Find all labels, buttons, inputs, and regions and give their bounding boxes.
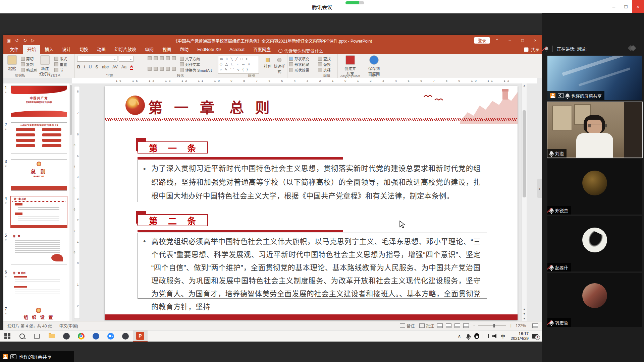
ribbon-options-icon[interactable]: ⌃ <box>492 35 502 45</box>
tab-view[interactable]: 视图 <box>158 45 175 54</box>
tab-animations[interactable]: 动画 <box>93 45 110 54</box>
fit-to-window-icon[interactable] <box>532 323 538 328</box>
vertical-ruler[interactable]: 8 7 6 5 4 3 2 1 0 1 2 3 4 5 6 7 8 <box>74 86 80 319</box>
shape-fill-button[interactable]: 形状填充 <box>289 56 309 61</box>
task-view-button[interactable] <box>30 330 44 342</box>
line-spacing-icon[interactable] <box>172 56 176 60</box>
normal-view-icon[interactable] <box>437 323 443 328</box>
tencent-meeting-button[interactable] <box>103 330 118 342</box>
tim-button[interactable] <box>89 330 103 342</box>
tab-transitions[interactable]: 切换 <box>75 45 93 54</box>
tab-file[interactable]: 文件 <box>5 45 23 54</box>
participant-tile-sharer[interactable]: 也许的屏幕共享 <box>547 56 642 100</box>
cut-button[interactable]: 剪切 <box>21 56 34 61</box>
tab-acrobat[interactable]: Acrobat <box>225 45 249 54</box>
tab-design[interactable]: 设计 <box>58 45 75 54</box>
change-case-button[interactable]: Aa <box>121 65 126 69</box>
zoom-level[interactable]: 122% <box>516 323 526 328</box>
underline-button[interactable]: U <box>89 65 92 69</box>
tab-review[interactable]: 审阅 <box>141 45 158 54</box>
tray-mic-icon[interactable] <box>464 330 473 342</box>
align-left-icon[interactable] <box>148 67 152 71</box>
notes-icon[interactable] <box>400 323 405 328</box>
tell-me-box[interactable]: 告诉我你想要做什么 <box>278 48 323 54</box>
justify-icon[interactable] <box>166 67 170 71</box>
horizontal-ruler[interactable]: 16 · 15 · 14 · 13 · 12 · 11 · 10 · 9 · 8… <box>72 78 537 84</box>
start-button[interactable] <box>0 330 15 342</box>
quick-styles-button[interactable]: 快速样式 <box>274 58 285 74</box>
thumbnail-slide-5[interactable]: 5* 第一章 <box>3 233 70 265</box>
thumbnail-slide-3[interactable]: 3* 总 则 PART 01 <box>3 159 70 191</box>
find-button[interactable]: 查找 <box>318 56 331 61</box>
numbering-icon[interactable] <box>154 56 158 60</box>
participant-tile[interactable]: 郑锐杰 <box>547 159 642 215</box>
align-center-icon[interactable] <box>154 67 158 71</box>
tab-home[interactable]: 开始 <box>23 45 40 54</box>
previous-slide-icon[interactable]: ▲ <box>522 307 527 312</box>
scrollbar-thumb[interactable] <box>523 110 526 197</box>
ppt-login-button[interactable]: 登录 <box>474 37 490 44</box>
tray-volume-icon[interactable] <box>490 330 499 342</box>
thumbnail-slide-6[interactable]: 6* 第一章 总则 <box>3 270 70 302</box>
slide-vertical-scrollbar[interactable]: ▲ ▲ ▼ ▼ <box>522 83 527 321</box>
italic-button[interactable]: I <box>84 65 85 69</box>
indent-decrease-icon[interactable] <box>160 56 164 60</box>
tray-qq-icon[interactable] <box>473 330 481 342</box>
slideshow-icon[interactable] <box>463 323 469 328</box>
comments-icon[interactable] <box>419 323 425 328</box>
taskbar-clock[interactable]: 16:17 2021/4/29 <box>511 331 529 341</box>
comments-toggle[interactable]: 批注 <box>426 323 434 328</box>
ime-indicator[interactable]: 中 <box>499 330 507 342</box>
font-name-select[interactable]: ⌄ <box>77 56 117 62</box>
format-painter-button[interactable]: 格式刷 <box>21 67 37 73</box>
select-button[interactable]: 选择 <box>318 67 331 73</box>
maximize-button[interactable]: □ <box>620 0 632 13</box>
bullets-icon[interactable] <box>148 56 152 60</box>
align-text-button[interactable]: 对齐文本 <box>180 62 200 67</box>
zoom-in-button[interactable]: ＋ <box>509 323 513 328</box>
ppt-minimize-button[interactable]: – <box>504 35 515 45</box>
reading-view-icon[interactable] <box>454 323 460 328</box>
powerpoint-taskbar-button[interactable]: P <box>133 330 148 342</box>
notification-center-icon[interactable]: 1 <box>532 334 538 339</box>
columns-icon[interactable] <box>172 67 176 71</box>
qq-button[interactable] <box>118 330 133 342</box>
tab-insert[interactable]: 插入 <box>40 45 58 54</box>
thumbnail-slide-4-selected[interactable]: 4* 第一章 总则 <box>3 196 70 228</box>
indent-increase-icon[interactable] <box>166 56 170 60</box>
tab-help[interactable]: 帮助 <box>175 45 193 54</box>
tray-expand-button[interactable]: ∧ <box>455 330 464 342</box>
ppt-share-button[interactable]: 共享 <box>524 46 539 53</box>
tray-display-icon[interactable] <box>481 330 490 342</box>
wechat-button[interactable] <box>59 330 74 342</box>
thumbnail-slide-2[interactable]: 2* 《中国共产党普通高等学校基层组织工作条例》目录 <box>3 122 70 155</box>
arrange-button[interactable]: 排列 <box>263 58 272 69</box>
copy-button[interactable]: 复制 <box>21 62 34 67</box>
paste-button[interactable]: 粘贴 <box>5 55 19 71</box>
participant-tile[interactable]: 起要什 <box>547 216 642 272</box>
thumbnail-slide-7[interactable]: 7* 组 织 设 置 PART 02 <box>3 307 70 321</box>
font-size-select[interactable]: ⌄ <box>119 56 133 62</box>
close-button[interactable]: × <box>632 0 644 13</box>
font-color-button[interactable]: A <box>130 64 133 70</box>
char-spacing-button[interactable]: AV <box>112 65 118 69</box>
text-direction-button[interactable]: 文字方向 <box>180 56 200 61</box>
minimize-button[interactable]: – <box>608 0 620 13</box>
muted-mic-icon[interactable] <box>545 46 548 51</box>
replace-button[interactable]: 替换 <box>318 62 331 67</box>
file-explorer-button[interactable] <box>44 330 59 342</box>
next-slide-icon[interactable]: ▼ <box>522 312 527 316</box>
layout-button[interactable]: 版式 <box>54 56 67 61</box>
section-1-textbox[interactable]: • 为了深入贯彻习近平新时代中国特色社会主义思想，贯彻落实新时代党的建设总要求和… <box>138 160 487 202</box>
zoom-slider[interactable] <box>478 325 506 326</box>
strikethrough-button[interactable]: abc <box>102 65 109 69</box>
collapse-pane-arrow[interactable]: › <box>537 179 542 198</box>
thumbnail-scrollbar[interactable] <box>69 83 72 321</box>
reset-button[interactable]: 重置 <box>54 62 67 67</box>
tab-slideshow[interactable]: 幻灯片放映 <box>110 45 141 54</box>
slide-sorter-icon[interactable] <box>446 323 451 328</box>
shapes-gallery[interactable]: ▭ ▯ ╲ ╱ □ ○ ◇ △ ∟ ⌐ ⇒ ⇓ ○ ✎ ⌒ ∿ { } ▲▼ <box>218 56 259 74</box>
zoom-out-button[interactable]: − <box>473 323 475 328</box>
scroll-up-icon[interactable]: ▲ <box>522 83 527 88</box>
section-2-textbox[interactable]: • 高校党组织必须高举中国特色社会主义伟大旗帜，以马克思列宁主义、毛泽东思想、邓… <box>138 233 487 299</box>
